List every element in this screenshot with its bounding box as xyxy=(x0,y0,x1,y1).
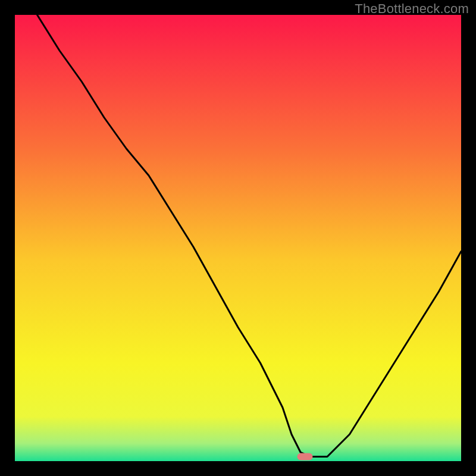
optimal-marker xyxy=(298,453,313,461)
chart-frame: TheBottleneck.com xyxy=(0,0,476,476)
bottleneck-chart xyxy=(15,15,461,461)
plot-area xyxy=(15,15,461,461)
